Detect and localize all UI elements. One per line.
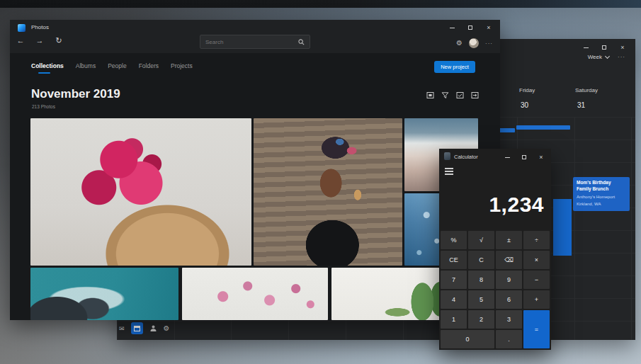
tab-albums[interactable]: Albums xyxy=(76,62,96,69)
day-header-saturday: Saturday xyxy=(575,87,598,93)
key-9[interactable]: 9 xyxy=(496,271,522,289)
calculator-window: Calculator × 1,234 % √ ± ÷ CE C ⌫ × 7 8 … xyxy=(439,149,551,350)
settings-icon[interactable]: ⚙ xyxy=(456,40,463,47)
account-avatar[interactable] xyxy=(469,38,479,48)
key-minus[interactable]: − xyxy=(523,271,550,289)
people-icon[interactable] xyxy=(149,324,157,332)
tab-folders[interactable]: Folders xyxy=(139,62,159,69)
close-icon[interactable]: × xyxy=(618,43,627,52)
close-icon[interactable]: × xyxy=(537,153,545,161)
background-window-strip xyxy=(0,0,641,8)
key-divide[interactable]: ÷ xyxy=(523,231,550,249)
new-project-button[interactable]: New project xyxy=(434,61,475,73)
calculator-app-icon xyxy=(444,152,450,160)
minimize-icon[interactable] xyxy=(448,23,456,32)
see-more-button[interactable]: ··· xyxy=(485,40,493,47)
photo-thumbnail-ocean-rocks[interactable] xyxy=(30,268,178,320)
mail-icon[interactable]: ✉ xyxy=(119,325,125,332)
key-1[interactable]: 1 xyxy=(441,310,467,329)
import-icon[interactable] xyxy=(471,91,479,99)
maximize-icon[interactable] xyxy=(520,153,528,161)
key-plus[interactable]: + xyxy=(523,290,550,309)
key-sqrt[interactable]: √ xyxy=(468,231,494,249)
month-heading: November 2019 xyxy=(31,87,120,101)
photo-count: 213 Photos xyxy=(32,104,55,109)
key-5[interactable]: 5 xyxy=(468,290,494,309)
event-card[interactable]: Mom's Birthday Family Brunch Anthony's H… xyxy=(573,177,630,211)
maximize-icon[interactable] xyxy=(466,23,475,32)
tab-people[interactable]: People xyxy=(108,62,126,69)
forward-icon[interactable]: → xyxy=(35,36,45,45)
key-4[interactable]: 4 xyxy=(441,290,467,309)
window-title: Calculator xyxy=(454,154,478,160)
key-decimal[interactable]: . xyxy=(496,330,522,348)
date-cell-31[interactable]: 31 xyxy=(577,101,585,109)
more-options-button[interactable]: ··· xyxy=(618,54,625,60)
date-cell-30[interactable]: 30 xyxy=(521,101,528,109)
window-title: Photos xyxy=(31,24,49,30)
menu-icon[interactable] xyxy=(445,168,453,175)
search-input[interactable] xyxy=(200,39,298,45)
minimize-icon[interactable] xyxy=(582,43,590,52)
key-clear-entry[interactable]: CE xyxy=(441,251,467,269)
key-7[interactable]: 7 xyxy=(441,271,467,289)
active-tab-indicator xyxy=(38,72,50,74)
desktop: × Week ··· Friday Saturday 30 31 Mom's B… xyxy=(0,0,641,364)
key-plusminus[interactable]: ± xyxy=(496,231,522,249)
back-icon[interactable]: ← xyxy=(16,36,25,45)
calculator-keypad: % √ ± ÷ CE C ⌫ × 7 8 9 − 4 5 6 + 1 2 3 =… xyxy=(441,231,550,348)
key-2[interactable]: 2 xyxy=(468,310,494,329)
photos-window: Photos × ← → ↻ ⚙ ··· Collections Albums xyxy=(10,20,500,320)
event-title: Mom's Birthday Family Brunch xyxy=(577,180,626,193)
calculator-display: 1,234 xyxy=(489,193,544,217)
maximize-icon[interactable] xyxy=(600,43,608,52)
timed-event-block[interactable] xyxy=(553,199,572,256)
key-3[interactable]: 3 xyxy=(496,310,522,329)
event-city: Kirkland, WA xyxy=(577,201,626,207)
key-equals[interactable]: = xyxy=(523,310,550,348)
chevron-down-icon xyxy=(605,54,610,59)
day-header-friday: Friday xyxy=(519,87,535,93)
settings-icon[interactable]: ⚙ xyxy=(164,324,170,332)
calendar-tab-button[interactable] xyxy=(131,322,143,334)
select-icon[interactable] xyxy=(456,91,464,99)
view-selector-label: Week xyxy=(588,54,602,60)
key-8[interactable]: 8 xyxy=(468,271,494,289)
all-day-event-bar[interactable] xyxy=(516,125,570,130)
event-location: Anthony's Homeport xyxy=(577,194,626,200)
key-clear[interactable]: C xyxy=(468,251,494,269)
photo-thumbnail-woman-portrait[interactable] xyxy=(254,118,402,266)
search-box[interactable] xyxy=(200,35,310,49)
photo-thumbnail-cosmos-flowers[interactable] xyxy=(182,268,328,320)
minimize-icon[interactable] xyxy=(503,153,511,161)
key-0[interactable]: 0 xyxy=(441,330,494,348)
search-icon xyxy=(298,39,305,45)
tab-collections[interactable]: Collections xyxy=(31,62,64,69)
tab-projects[interactable]: Projects xyxy=(171,62,193,69)
key-multiply[interactable]: × xyxy=(523,251,550,269)
slideshow-icon[interactable] xyxy=(426,91,434,99)
photo-thumbnail-flower-basket[interactable] xyxy=(30,118,251,266)
calendar-icon xyxy=(134,326,140,331)
refresh-icon[interactable]: ↻ xyxy=(54,36,64,45)
view-selector-week[interactable]: Week xyxy=(588,54,609,60)
close-icon[interactable]: × xyxy=(484,23,493,32)
key-6[interactable]: 6 xyxy=(496,290,522,309)
key-backspace[interactable]: ⌫ xyxy=(496,251,522,269)
photos-app-icon xyxy=(18,24,25,32)
filter-icon[interactable] xyxy=(441,91,449,99)
key-percent[interactable]: % xyxy=(441,231,467,249)
